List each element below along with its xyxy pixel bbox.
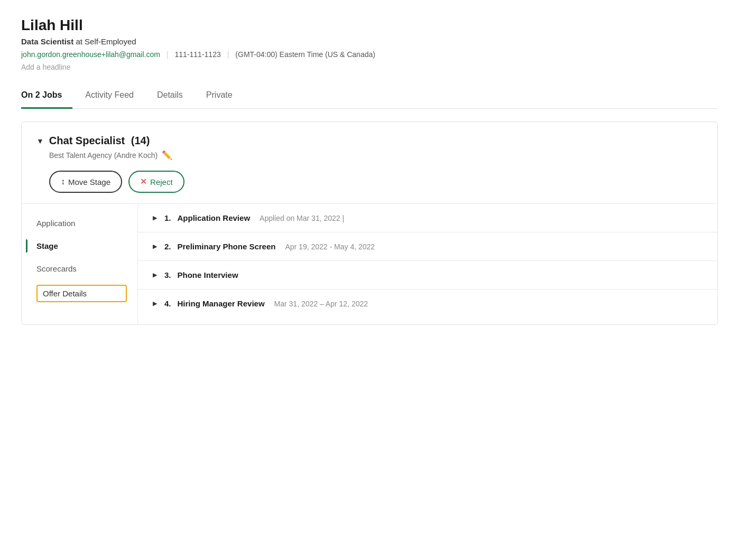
sidebar-item-offer-details[interactable]: Offer Details xyxy=(36,285,127,302)
stage-2-number: 2. xyxy=(164,242,171,251)
page-container: Lilah Hill Data Scientist at Self-Employ… xyxy=(0,0,739,346)
reject-button[interactable]: ✕ Reject xyxy=(128,171,184,193)
stage-3-name[interactable]: Phone Interview xyxy=(178,270,238,279)
candidate-email-link[interactable]: john.gordon.greenhouse+lilah@gmail.com xyxy=(21,50,160,59)
candidate-headline-placeholder[interactable]: Add a headline xyxy=(21,63,718,71)
stage-1-arrow[interactable]: ▶ xyxy=(153,214,157,221)
candidate-contact: john.gordon.greenhouse+lilah@gmail.com |… xyxy=(21,50,718,59)
sidebar-item-application[interactable]: Application xyxy=(36,217,127,230)
tab-details[interactable]: Details xyxy=(157,84,193,109)
job-agency: Best Talent Agency (Andre Koch) xyxy=(49,151,158,160)
candidate-timezone: (GMT-04:00) Eastern Time (US & Canada) xyxy=(235,50,375,59)
job-card-body: Application Stage Scorecards Offer Detai… xyxy=(22,204,717,324)
separator-1: | xyxy=(167,50,169,59)
stage-4-number: 4. xyxy=(164,299,171,308)
stage-1-number: 1. xyxy=(164,213,171,222)
candidate-phone: 111-111-1123 xyxy=(175,50,221,59)
candidate-header: Lilah Hill Data Scientist at Self-Employ… xyxy=(21,17,718,71)
stage-4-arrow[interactable]: ▶ xyxy=(153,300,157,307)
job-title: Chat Specialist (14) xyxy=(49,135,150,147)
stage-1-name[interactable]: Application Review xyxy=(178,213,251,222)
stages-list: ▶ 1. Application Review Applied on Mar 3… xyxy=(138,204,717,324)
stage-1-date: Applied on Mar 31, 2022 | xyxy=(260,214,344,222)
reject-x-icon: ✕ xyxy=(140,177,147,186)
tab-private[interactable]: Private xyxy=(206,84,243,109)
reject-label: Reject xyxy=(150,178,173,186)
job-count: (14) xyxy=(131,135,150,146)
stage-row: ▶ 1. Application Review Applied on Mar 3… xyxy=(138,204,717,232)
stage-2-arrow[interactable]: ▶ xyxy=(153,243,157,250)
stage-row: ▶ 4. Hiring Manager Review Mar 31, 2022 … xyxy=(138,290,717,318)
stage-4-name[interactable]: Hiring Manager Review xyxy=(178,299,265,308)
separator-2: | xyxy=(227,50,229,59)
stage-2-name[interactable]: Preliminary Phone Screen xyxy=(178,242,276,251)
stage-row: ▶ 2. Preliminary Phone Screen Apr 19, 20… xyxy=(138,232,717,261)
job-actions: ↕ Move Stage ✕ Reject xyxy=(49,171,703,193)
move-stage-label: Move Stage xyxy=(68,178,110,186)
candidate-name: Lilah Hill xyxy=(21,17,718,34)
sidebar-item-scorecards[interactable]: Scorecards xyxy=(36,262,127,275)
candidate-employer: Self-Employed xyxy=(85,37,136,46)
job-card-header: ▼ Chat Specialist (14) Best Talent Agenc… xyxy=(22,122,717,204)
stage-row: ▶ 3. Phone Interview xyxy=(138,261,717,290)
job-sidebar: Application Stage Scorecards Offer Detai… xyxy=(22,204,138,324)
candidate-employer-label: at xyxy=(76,37,85,46)
job-card: ▼ Chat Specialist (14) Best Talent Agenc… xyxy=(21,122,718,325)
stage-2-date: Apr 19, 2022 - May 4, 2022 xyxy=(285,242,375,251)
stage-3-arrow[interactable]: ▶ xyxy=(153,272,157,278)
stage-3-number: 3. xyxy=(164,270,171,279)
job-agency-row: Best Talent Agency (Andre Koch) ✏️ xyxy=(49,150,703,160)
move-stage-icon: ↕ xyxy=(61,177,65,186)
candidate-job-title: Data Scientist xyxy=(21,37,73,46)
tab-on-jobs[interactable]: On 2 Jobs xyxy=(21,84,72,109)
sidebar-item-stage[interactable]: Stage xyxy=(36,239,127,253)
job-collapse-arrow[interactable]: ▼ xyxy=(36,137,44,145)
tabs-bar: On 2 Jobs Activity Feed Details Private xyxy=(21,84,718,109)
tab-activity-feed[interactable]: Activity Feed xyxy=(85,84,144,109)
stage-4-date: Mar 31, 2022 – Apr 12, 2022 xyxy=(274,300,368,308)
job-title-row: ▼ Chat Specialist (14) xyxy=(36,135,703,147)
edit-agency-icon[interactable]: ✏️ xyxy=(162,150,172,160)
candidate-title: Data Scientist at Self-Employed xyxy=(21,37,718,46)
move-stage-button[interactable]: ↕ Move Stage xyxy=(49,171,122,193)
